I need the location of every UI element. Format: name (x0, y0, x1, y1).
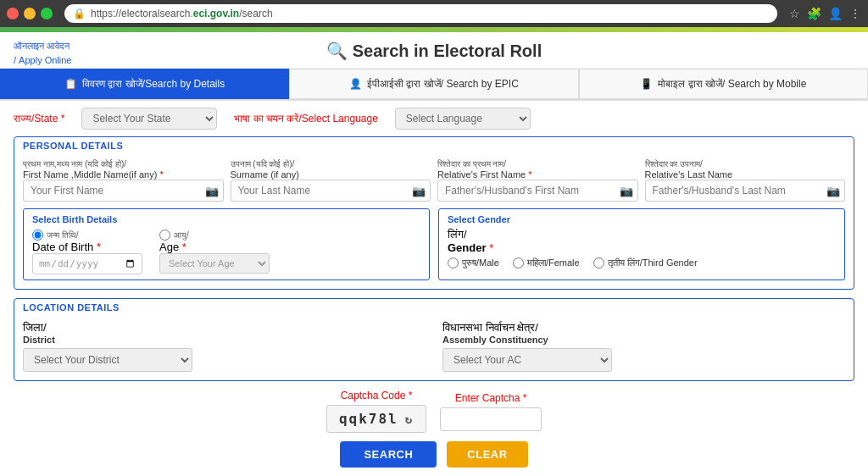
surname-input-wrapper: 📷 (231, 180, 431, 202)
browser-chrome: 🔒 https://electoralsearch.eci.gov.in/sea… (0, 0, 868, 27)
search-icon: 🔍 (326, 41, 348, 61)
menu-icon[interactable]: ⋮ (849, 7, 861, 20)
relative-first-name-input[interactable] (437, 180, 638, 202)
gender-third-radio[interactable] (593, 257, 604, 268)
first-name-input-wrapper: 📷 (23, 180, 224, 202)
camera-icon-first-name[interactable]: 📷 (205, 185, 219, 197)
search-button[interactable]: SEARCH (340, 441, 437, 468)
gender-male-radio[interactable] (448, 257, 459, 268)
surname-input[interactable] (231, 180, 431, 202)
location-details-content: जिला/ District Select Your District विधा… (14, 316, 854, 380)
browser-min-btn[interactable] (24, 8, 36, 19)
profile-icon[interactable]: 👤 (828, 7, 843, 20)
assembly-field: विधानसभा निर्वाचन क्षेत्र/ Assembly Cons… (442, 321, 845, 372)
browser-toolbar: ☆ 🧩 👤 ⋮ (789, 7, 861, 20)
dob-hindi-label: जन्म तिथि/ (47, 230, 79, 241)
district-eng-label: District (23, 335, 426, 345)
mobile-tab-icon: 📱 (640, 78, 653, 90)
captcha-refresh-icon[interactable]: ↻ (405, 412, 414, 426)
main-content: ऑनलाइन आवेदन / Apply Online 🔍 Search in … (0, 32, 868, 476)
district-select[interactable]: Select Your District (23, 348, 192, 372)
relative-last-name-input[interactable] (645, 180, 846, 202)
gender-third-label: तृतीय लिंग/Third Gender (608, 257, 698, 268)
apply-online-link[interactable]: ऑनलाइन आवेदन / Apply Online (14, 39, 71, 67)
captcha-section: Captcha Code * qqk78l ↻ Enter Captcha * (14, 390, 854, 433)
epic-tab-icon: 👤 (349, 78, 362, 90)
gender-female-label: महिला/Female (527, 257, 580, 268)
camera-icon-relative-first[interactable]: 📷 (620, 185, 633, 197)
browser-close-btn[interactable] (7, 8, 19, 19)
gender-third-option: तृतीय लिंग/Third Gender (593, 257, 698, 268)
age-radio-row: आयु/ (159, 230, 189, 241)
bookmark-icon[interactable]: ☆ (789, 7, 800, 20)
dob-radio-row: जन्म तिथि/ (32, 230, 79, 241)
url-domain: eci.gov.in (193, 8, 239, 19)
assembly-select[interactable]: Select Your AC (442, 348, 612, 372)
surname-field: उपनाम (यदि कोई हो)/ Surname (if any) 📷 (231, 159, 431, 202)
dob-input[interactable] (32, 253, 142, 274)
personal-details-title: PERSONAL DETAILS (14, 137, 854, 154)
personal-upper-row: प्रथम नाम,मध्य नाम (यदि कोई हो)/ First N… (23, 159, 845, 202)
captcha-code-label: Captcha Code * (341, 390, 413, 401)
camera-icon-surname[interactable]: 📷 (412, 185, 426, 197)
relative-last-name-input-wrapper: 📷 (645, 180, 846, 202)
enter-captcha-label: Enter Captcha * (455, 392, 527, 404)
state-label: राज्य/State * (14, 113, 64, 125)
action-buttons: SEARCH CLEAR (14, 441, 854, 468)
tab-navigation: 📋 विवरण द्वारा खोजें/Search by Details 👤… (0, 69, 868, 101)
age-radio[interactable] (159, 230, 170, 241)
captcha-display: qqk78l ↻ (326, 405, 426, 433)
camera-icon-relative-last[interactable]: 📷 (826, 185, 840, 197)
birth-age-section: Select Birth Details जन्म तिथि/ (23, 208, 430, 280)
state-lang-row: राज्य/State * Select Your State भाषा का … (14, 108, 854, 130)
extension-icon[interactable]: 🧩 (807, 7, 821, 20)
page-header: ऑनलाइन आवेदन / Apply Online 🔍 Search in … (0, 32, 868, 69)
age-hindi-label: आयु/ (174, 230, 189, 241)
gender-female-option: महिला/Female (513, 257, 580, 268)
location-details-section: LOCATION DETAILS जिला/ District Select Y… (14, 298, 854, 381)
district-field: जिला/ District Select Your District (23, 321, 426, 372)
state-select[interactable]: Select Your State (81, 108, 217, 130)
gender-section: Select Gender लिंग/ Gender * पुरुष/Male (438, 208, 845, 280)
captcha-input[interactable] (440, 407, 542, 431)
gender-label-row: लिंग/ Gender * (448, 228, 836, 254)
age-eng-label: Age * (159, 241, 186, 253)
gender-female-radio[interactable] (513, 257, 524, 268)
location-details-title: LOCATION DETAILS (14, 299, 854, 316)
captcha-code-group: Captcha Code * qqk78l ↻ (326, 390, 426, 433)
language-label: भाषा का चयन करें/Select Language (234, 113, 377, 125)
details-tab-icon: 📋 (64, 78, 77, 90)
dob-option: जन्म तिथि/ Date of Birth * (32, 230, 142, 274)
first-name-input[interactable] (23, 180, 224, 202)
clear-button[interactable]: CLEAR (447, 441, 527, 468)
location-grid: जिला/ District Select Your District विधा… (23, 321, 845, 372)
dob-radio[interactable] (32, 230, 43, 241)
personal-details-section: PERSONAL DETAILS प्रथम नाम,मध्य नाम (यदि… (14, 136, 854, 290)
dob-eng-label: Date of Birth * (32, 241, 101, 253)
relative-first-name-field: रिश्तेदार का प्रथम नाम/ Relative's First… (437, 159, 638, 202)
language-select[interactable]: Select Language (395, 108, 531, 130)
address-bar[interactable]: 🔒 https://electoralsearch.eci.gov.in/sea… (64, 4, 777, 23)
enter-captcha-group: Enter Captcha * (440, 392, 542, 431)
district-hindi-label: जिला/ (23, 321, 426, 335)
lock-icon: 🔒 (73, 8, 86, 19)
assembly-eng-label: Assembly Constituency (442, 335, 845, 345)
first-name-field: प्रथम नाम,मध्य नाम (यदि कोई हो)/ First N… (23, 159, 224, 202)
browser-max-btn[interactable] (41, 8, 53, 19)
captcha-value: qqk78l (339, 411, 398, 427)
age-option: आयु/ Age * Select Your Age (159, 230, 270, 274)
tab-search-by-details[interactable]: 📋 विवरण द्वारा खोजें/Search by Details (0, 69, 289, 99)
birth-sub-row: जन्म तिथि/ Date of Birth * (32, 230, 420, 274)
tab-search-by-epic[interactable]: 👤 ईपीआईसी द्वारा खोजें/ Search by EPIC (289, 69, 578, 99)
url-text: https://electoralsearch.eci.gov.in/searc… (91, 8, 273, 19)
personal-lower-row: Select Birth Details जन्म तिथि/ (23, 208, 845, 280)
age-select[interactable]: Select Your Age (159, 253, 270, 274)
page-title: 🔍 Search in Electoral Roll (326, 41, 542, 61)
personal-details-content: प्रथम नाम,मध्य नाम (यदि कोई हो)/ First N… (14, 154, 854, 289)
assembly-hindi-label: विधानसभा निर्वाचन क्षेत्र/ (442, 321, 845, 335)
gender-male-label: पुरुष/Male (462, 257, 499, 268)
relative-last-name-field: रिश्तेदार का उपनाम/ Relative's Last Name… (645, 159, 846, 202)
tab-search-by-mobile[interactable]: 📱 मोबाइल द्वारा खोजें/ Search by Mobile (579, 69, 868, 99)
relative-first-name-input-wrapper: 📷 (437, 180, 638, 202)
gender-male-option: पुरुष/Male (448, 257, 499, 268)
